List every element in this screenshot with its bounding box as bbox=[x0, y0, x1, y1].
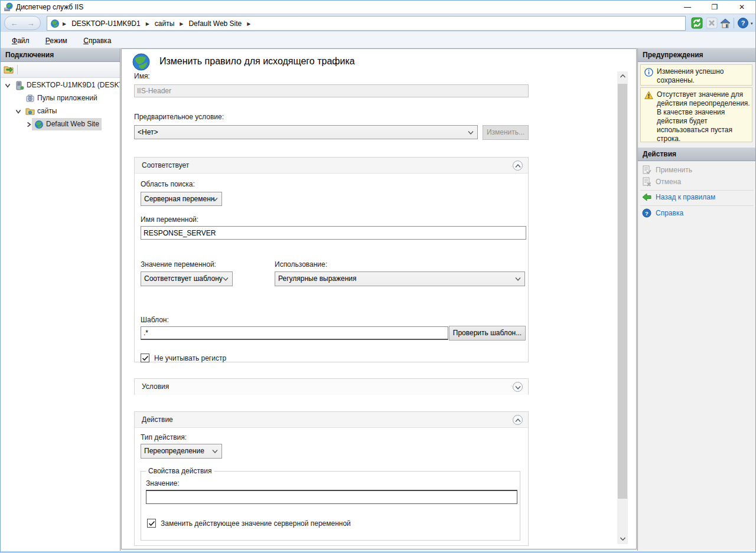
window-title: Диспетчер служб IIS bbox=[16, 3, 83, 11]
check-icon bbox=[142, 355, 149, 361]
breadcrumb-site[interactable]: Default Web Site bbox=[188, 17, 242, 31]
scope-select[interactable]: Серверная переменн bbox=[141, 192, 222, 206]
minimize-button[interactable]: ― bbox=[677, 1, 698, 14]
tree-item-server[interactable]: DESKTOP-U1MK9D1 (DESKTOI bbox=[1, 79, 120, 92]
action-section: Действие Тип действия: Переопределение С… bbox=[134, 411, 529, 546]
scope-value: Серверная переменн bbox=[144, 195, 214, 203]
page-title: Изменить правило для исходящего трафика bbox=[159, 56, 355, 67]
close-button[interactable]: ✕ bbox=[732, 1, 752, 14]
ignore-case-checkbox[interactable] bbox=[141, 354, 149, 362]
chevron-down-icon bbox=[212, 197, 218, 202]
ignore-case-label[interactable]: Не учитывать регистр bbox=[154, 354, 226, 362]
apply-label: Применить bbox=[656, 166, 692, 174]
restore-button[interactable]: ❐ bbox=[705, 1, 725, 14]
menu-file[interactable]: Файл bbox=[9, 35, 32, 46]
create-connection-icon[interactable] bbox=[4, 64, 14, 75]
chevron-down-icon[interactable] bbox=[15, 108, 22, 115]
back-icon[interactable]: ← bbox=[6, 18, 22, 29]
collapse-section-button[interactable] bbox=[513, 415, 523, 425]
using-value: Регулярные выражения bbox=[278, 274, 357, 283]
conditions-section: Условия bbox=[134, 378, 529, 395]
breadcrumb-server[interactable]: DESKTOP-U1MK9D1 bbox=[71, 17, 140, 31]
svg-text:?: ? bbox=[741, 19, 745, 27]
refresh-icon[interactable] bbox=[690, 17, 703, 29]
breadcrumb-sites[interactable]: сайты bbox=[155, 17, 175, 31]
scroll-down-icon[interactable] bbox=[617, 534, 628, 544]
warning-icon bbox=[644, 91, 653, 100]
breadcrumb[interactable]: ▶ DESKTOP-U1MK9D1 ▶ сайты ▶ Default Web … bbox=[47, 16, 686, 31]
help-dropdown-icon[interactable]: ▾ bbox=[751, 21, 753, 26]
chevron-right-icon[interactable] bbox=[25, 121, 32, 128]
check-icon bbox=[148, 521, 155, 526]
variable-name-label: Имя переменной: bbox=[141, 215, 198, 224]
edit-precondition-button: Изменить... bbox=[483, 125, 529, 140]
scroll-up-icon[interactable] bbox=[617, 71, 628, 81]
svg-text:?: ? bbox=[645, 210, 649, 217]
variable-name-input[interactable] bbox=[141, 226, 526, 240]
action-properties-group: Свойства действия Значение: Заменить дей… bbox=[141, 471, 520, 541]
tree-item-label: сайты bbox=[37, 107, 119, 115]
breadcrumb-arrow-icon: ▶ bbox=[63, 17, 66, 31]
pattern-input[interactable] bbox=[141, 326, 448, 340]
scope-label: Область поиска: bbox=[141, 180, 195, 188]
chevron-down-icon bbox=[212, 449, 218, 454]
tree-item-sites[interactable]: сайты bbox=[1, 105, 120, 118]
apply-action: Применить bbox=[640, 165, 755, 176]
address-bar: ← → ▶ DESKTOP-U1MK9D1 ▶ сайты ▶ Default … bbox=[1, 14, 755, 32]
chevron-down-icon bbox=[468, 130, 474, 135]
divider bbox=[640, 190, 754, 191]
action-type-select[interactable]: Переопределение bbox=[141, 444, 222, 459]
precondition-label: Предварительное условие: bbox=[134, 113, 224, 121]
using-label: Использование: bbox=[275, 260, 327, 269]
operation-select[interactable]: Соответствует шаблону bbox=[141, 271, 233, 286]
test-pattern-button[interactable]: Проверить шаблон... bbox=[449, 326, 526, 341]
replace-value-label[interactable]: Заменить действующее значение серверной … bbox=[161, 519, 351, 528]
help-circle-icon: ? bbox=[642, 208, 651, 218]
action-properties-legend: Свойства действия bbox=[146, 467, 214, 475]
app-pools-icon bbox=[25, 94, 35, 103]
home-icon[interactable] bbox=[719, 17, 732, 29]
vertical-scrollbar[interactable] bbox=[617, 71, 628, 544]
breadcrumb-arrow-icon: ▶ bbox=[247, 17, 250, 31]
expand-section-button[interactable] bbox=[513, 382, 523, 392]
pattern-label: Шаблон: bbox=[141, 316, 169, 324]
back-arrow-icon bbox=[642, 192, 651, 202]
globe-icon bbox=[50, 19, 60, 28]
chevron-up-icon bbox=[515, 164, 521, 168]
using-select[interactable]: Регулярные выражения bbox=[275, 271, 525, 286]
scrollbar-thumb[interactable] bbox=[618, 84, 627, 499]
menu-help[interactable]: Справка bbox=[80, 35, 114, 46]
cancel-action: Отмена bbox=[640, 176, 755, 188]
collapse-section-button[interactable] bbox=[513, 161, 523, 171]
breadcrumb-arrow-icon: ▶ bbox=[146, 17, 149, 31]
cancel-label: Отмена bbox=[656, 178, 681, 186]
cancel-icon bbox=[642, 177, 651, 186]
value-input[interactable] bbox=[146, 490, 517, 504]
title-bar: Диспетчер служб IIS ― ❐ ✕ bbox=[1, 1, 755, 14]
chevron-down-icon[interactable] bbox=[4, 82, 11, 89]
menu-view[interactable]: Режим bbox=[43, 35, 70, 46]
sites-folder-icon bbox=[25, 107, 35, 116]
precondition-select[interactable]: <Нет> bbox=[134, 125, 478, 139]
back-to-rules-label[interactable]: Назад к правилам bbox=[656, 193, 715, 201]
tree-item-label: Default Web Site bbox=[46, 120, 103, 128]
breadcrumb-arrow-icon: ▶ bbox=[180, 17, 183, 31]
stop-icon bbox=[705, 17, 718, 29]
back-to-rules-action[interactable]: Назад к правилам bbox=[640, 192, 755, 204]
value-label: Значение: bbox=[146, 479, 180, 487]
connections-header: Подключения bbox=[1, 48, 120, 62]
name-label: Имя: bbox=[134, 72, 150, 80]
tree-item-default-web-site[interactable]: Default Web Site bbox=[1, 118, 120, 131]
forward-icon[interactable]: → bbox=[23, 18, 38, 29]
help-label[interactable]: Справка bbox=[656, 209, 683, 217]
alert-text: Изменения успешно сохранены. bbox=[657, 67, 750, 85]
app-icon bbox=[4, 2, 13, 12]
chevron-down-icon bbox=[515, 277, 521, 282]
replace-value-checkbox[interactable] bbox=[147, 519, 156, 528]
help-icon[interactable]: ? bbox=[737, 17, 750, 29]
action-type-value: Переопределение bbox=[144, 447, 204, 455]
main-content: Изменить правило для исходящего трафика … bbox=[121, 48, 637, 549]
help-action[interactable]: ? Справка bbox=[640, 208, 755, 220]
tree-item-app-pools[interactable]: Пулы приложений bbox=[1, 92, 120, 105]
match-section: Соответствует Область поиска: Серверная … bbox=[134, 157, 529, 362]
